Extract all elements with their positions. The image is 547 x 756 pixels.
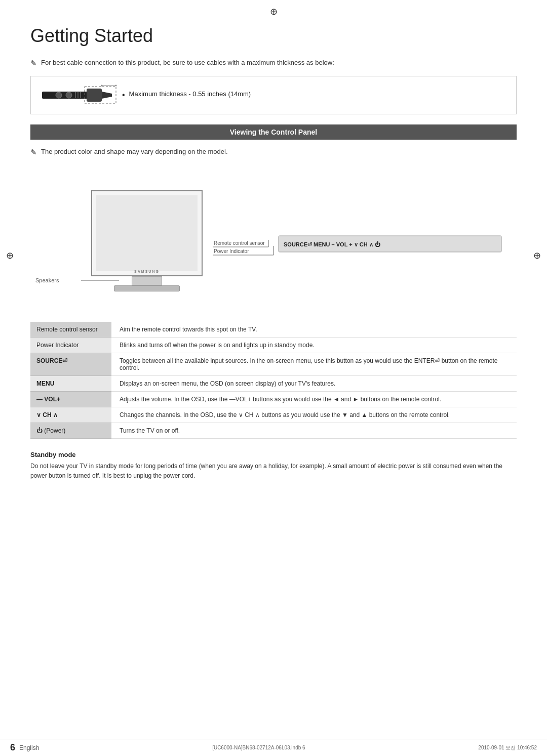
cable-box: • Maximum thickness - 0.55 inches (14mm) bbox=[30, 76, 517, 114]
tv-stand bbox=[91, 276, 203, 291]
tv-illustration: SAMSUNG bbox=[91, 190, 203, 291]
feature-desc-cell: Adjusts the volume. In the OSD, use the … bbox=[111, 392, 517, 407]
bullet-dot: • bbox=[122, 90, 125, 100]
feature-desc-cell: Changes the channels. In the OSD, use th… bbox=[111, 407, 517, 423]
product-note-text: The product color and shape may vary dep… bbox=[41, 148, 228, 155]
feature-label-cell: ∨ CH ∧ bbox=[30, 407, 111, 423]
feature-label-cell: ⏻ (Power) bbox=[30, 423, 111, 439]
feature-desc-cell: Displays an on-screen menu, the OSD (on … bbox=[111, 376, 517, 392]
date-info: 2010-09-01 오전 10:46:52 bbox=[478, 744, 537, 751]
svg-rect-22 bbox=[279, 236, 501, 252]
cable-spec-item: • Maximum thickness - 0.55 inches (14mm) bbox=[122, 90, 251, 100]
svg-point-9 bbox=[56, 92, 62, 98]
reg-mark-top: ⊕ bbox=[270, 6, 278, 17]
intro-note-text: For best cable connection to this produc… bbox=[41, 59, 334, 66]
tv-screen-outer: SAMSUNG bbox=[91, 190, 203, 276]
table-row: Remote control sensorAim the remote cont… bbox=[30, 322, 517, 338]
product-note-icon: ✎ bbox=[30, 148, 37, 157]
standby-text: Do not leave your TV in standby mode for… bbox=[30, 461, 517, 481]
svg-marker-2 bbox=[102, 92, 112, 99]
table-row: ⏻ (Power)Turns the TV on or off. bbox=[30, 423, 517, 439]
page-number: 6 bbox=[10, 742, 15, 753]
svg-point-10 bbox=[66, 92, 72, 98]
table-row: — VOL+Adjusts the volume. In the OSD, us… bbox=[30, 392, 517, 407]
section-header: Viewing the Control Panel bbox=[30, 124, 517, 140]
page-wrapper: ⊕ ⊕ ⊕ Getting Started ✎ For best cable c… bbox=[0, 0, 547, 511]
tv-composite: SAMSUNG bbox=[91, 190, 203, 291]
reg-mark-right: ⊕ bbox=[533, 250, 541, 261]
standby-title: Standby mode bbox=[30, 451, 517, 458]
table-row: ∨ CH ∧Changes the channels. In the OSD, … bbox=[30, 407, 517, 423]
svg-text:Power Indicator: Power Indicator bbox=[214, 248, 249, 254]
feature-label-cell: SOURCE⏎ bbox=[30, 353, 111, 376]
svg-text:Remote control sensor: Remote control sensor bbox=[214, 240, 265, 246]
page-title: Getting Started bbox=[30, 25, 517, 47]
feature-label-cell: Power Indicator bbox=[30, 338, 111, 353]
feature-label-cell: MENU bbox=[30, 376, 111, 392]
svg-text:SOURCE⏎  MENU  – VOL +  ∨ CH ∧: SOURCE⏎ MENU – VOL + ∨ CH ∧ ⏻ bbox=[284, 241, 380, 247]
table-row: MENUDisplays an on-screen menu, the OSD … bbox=[30, 376, 517, 392]
feature-label-cell: — VOL+ bbox=[30, 392, 111, 407]
feature-label-cell: Remote control sensor bbox=[30, 322, 111, 338]
feature-table: Remote control sensorAim the remote cont… bbox=[30, 322, 517, 439]
standby-section: Standby mode Do not leave your TV in sta… bbox=[30, 451, 517, 481]
tv-diagram-area: SAMSUNG Speakers Remote control sensor P… bbox=[30, 165, 517, 307]
feature-desc-cell: Aim the remote control towards this spot… bbox=[111, 322, 517, 338]
language-label: English bbox=[19, 744, 39, 751]
note-icon: ✎ bbox=[30, 59, 37, 68]
tv-brand: SAMSUNG bbox=[134, 270, 160, 273]
page-number-area: 6 English bbox=[10, 742, 39, 753]
tv-screen-inner bbox=[96, 195, 198, 271]
table-row: SOURCE⏎Toggles between all the available… bbox=[30, 353, 517, 376]
tv-neck bbox=[132, 276, 162, 285]
tv-base bbox=[114, 285, 180, 291]
reg-mark-left: ⊕ bbox=[6, 250, 14, 261]
table-row: Power IndicatorBlinks and turns off when… bbox=[30, 338, 517, 353]
feature-desc-cell: Toggles between all the available input … bbox=[111, 353, 517, 376]
intro-note: ✎ For best cable connection to this prod… bbox=[30, 59, 517, 68]
svg-rect-1 bbox=[87, 89, 102, 102]
cable-illustration bbox=[41, 82, 122, 108]
bottom-bar: 6 English [UC6000-NA]BN68-02712A-06L03.i… bbox=[0, 739, 547, 756]
feature-desc-cell: Turns the TV on or off. bbox=[111, 423, 517, 439]
cable-spec-text: Maximum thickness - 0.55 inches (14mm) bbox=[129, 90, 251, 98]
product-note: ✎ The product color and shape may vary d… bbox=[30, 148, 517, 157]
svg-text:Speakers: Speakers bbox=[35, 277, 59, 283]
file-info: [UC6000-NA]BN68-02712A-06L03.indb 6 bbox=[212, 745, 305, 750]
feature-desc-cell: Blinks and turns off when the power is o… bbox=[111, 338, 517, 353]
